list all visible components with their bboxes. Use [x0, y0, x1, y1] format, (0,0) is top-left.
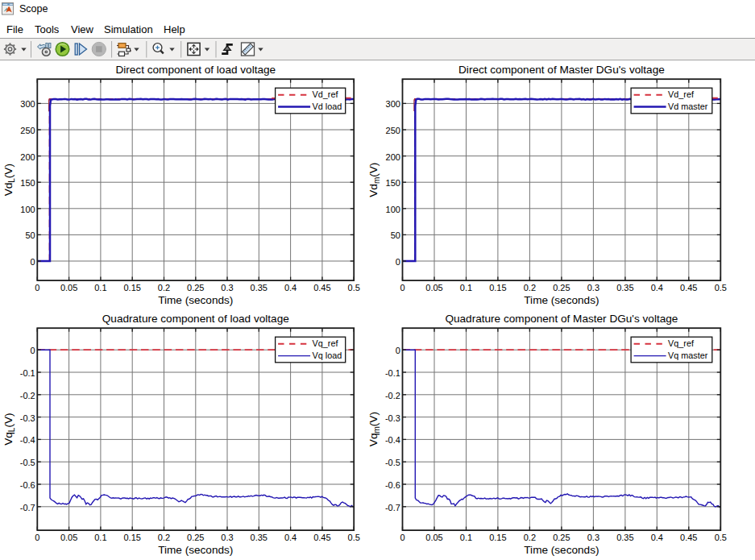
svg-text:0: 0 — [396, 257, 400, 267]
svg-text:0.2: 0.2 — [158, 283, 170, 292]
svg-text:0.1: 0.1 — [94, 533, 106, 542]
svg-text:150: 150 — [20, 178, 35, 188]
svg-text:0.4: 0.4 — [651, 533, 663, 542]
svg-text:Vq_ref: Vq_ref — [668, 338, 695, 348]
svg-text:Quadrature component of load v: Quadrature component of load voltage — [102, 313, 289, 325]
svg-text:Time (seconds): Time (seconds) — [158, 294, 233, 306]
svg-text:0: 0 — [400, 283, 404, 292]
svg-text:VqL(V): VqL(V) — [2, 413, 16, 445]
svg-text:200: 200 — [20, 152, 35, 162]
svg-text:-0.4: -0.4 — [385, 435, 400, 445]
svg-text:0.35: 0.35 — [251, 533, 268, 542]
svg-text:0.4: 0.4 — [284, 283, 297, 292]
svg-text:0.35: 0.35 — [251, 283, 268, 292]
svg-text:0.2: 0.2 — [524, 283, 536, 292]
svg-text:Vd_ref: Vd_ref — [313, 89, 339, 99]
svg-text:Vd master: Vd master — [668, 102, 708, 111]
svg-text:0.3: 0.3 — [221, 533, 233, 542]
svg-text:0: 0 — [31, 346, 35, 355]
svg-text:0.5: 0.5 — [348, 533, 360, 542]
svg-text:-0.4: -0.4 — [20, 435, 35, 445]
svg-text:300: 300 — [20, 99, 35, 109]
svg-text:0: 0 — [35, 533, 39, 542]
svg-text:-0.6: -0.6 — [385, 480, 400, 490]
svg-text:0.45: 0.45 — [313, 533, 330, 542]
svg-text:-0.7: -0.7 — [385, 503, 400, 512]
svg-text:0.25: 0.25 — [187, 533, 204, 542]
svg-text:50: 50 — [25, 230, 35, 240]
svg-text:-0.6: -0.6 — [20, 480, 35, 490]
svg-text:-0.1: -0.1 — [20, 368, 35, 378]
svg-text:0.05: 0.05 — [60, 533, 77, 542]
svg-text:0.3: 0.3 — [221, 283, 233, 292]
svg-text:Vq load: Vq load — [313, 351, 342, 360]
svg-text:0.35: 0.35 — [616, 533, 633, 542]
svg-text:0: 0 — [31, 257, 35, 267]
svg-text:0.1: 0.1 — [460, 533, 472, 542]
svg-text:Vd load: Vd load — [313, 102, 342, 111]
svg-text:0.3: 0.3 — [587, 283, 599, 292]
svg-text:0.1: 0.1 — [460, 283, 472, 292]
svg-text:0.05: 0.05 — [60, 283, 77, 292]
svg-text:0.4: 0.4 — [651, 283, 663, 292]
svg-text:0.35: 0.35 — [616, 283, 633, 292]
svg-text:0.15: 0.15 — [489, 533, 506, 542]
svg-text:-0.2: -0.2 — [385, 391, 400, 400]
svg-text:0.5: 0.5 — [348, 283, 360, 292]
svg-text:0.3: 0.3 — [587, 533, 599, 542]
svg-text:Direct component of load volta: Direct component of load voltage — [115, 64, 276, 76]
svg-text:0: 0 — [35, 283, 39, 292]
svg-text:Vq master: Vq master — [668, 351, 708, 360]
svg-text:0.5: 0.5 — [715, 533, 727, 542]
svg-text:0.2: 0.2 — [158, 533, 170, 542]
svg-text:-0.1: -0.1 — [385, 368, 400, 378]
svg-text:VdL(V): VdL(V) — [2, 164, 16, 196]
svg-text:100: 100 — [20, 205, 35, 214]
svg-text:Time (seconds): Time (seconds) — [524, 544, 599, 556]
svg-text:0.05: 0.05 — [425, 533, 442, 542]
svg-text:250: 250 — [386, 126, 400, 135]
svg-text:-0.5: -0.5 — [385, 458, 400, 467]
svg-text:0.25: 0.25 — [187, 283, 204, 292]
svg-text:Vd_ref: Vd_ref — [668, 89, 695, 99]
svg-text:0: 0 — [400, 533, 404, 542]
svg-text:0.15: 0.15 — [123, 533, 140, 542]
svg-text:-0.3: -0.3 — [385, 413, 400, 423]
svg-text:150: 150 — [386, 178, 400, 188]
svg-text:0.2: 0.2 — [524, 533, 536, 542]
svg-text:Direct component of Master DGu: Direct component of Master DGu's voltage — [458, 64, 665, 76]
svg-text:0.45: 0.45 — [680, 533, 697, 542]
svg-text:0.5: 0.5 — [715, 283, 727, 292]
svg-text:50: 50 — [391, 230, 400, 240]
svg-text:0.4: 0.4 — [284, 533, 297, 542]
svg-text:0.25: 0.25 — [553, 533, 570, 542]
svg-text:0.45: 0.45 — [313, 283, 330, 292]
svg-text:Time (seconds): Time (seconds) — [524, 294, 599, 306]
svg-text:Vdm(V): Vdm(V) — [368, 163, 382, 197]
svg-text:200: 200 — [386, 152, 400, 162]
svg-text:0.05: 0.05 — [425, 283, 442, 292]
svg-text:Vqm(V): Vqm(V) — [368, 412, 382, 446]
svg-text:300: 300 — [386, 99, 400, 109]
svg-text:0.25: 0.25 — [553, 283, 570, 292]
svg-text:-0.2: -0.2 — [20, 391, 35, 400]
svg-text:0.15: 0.15 — [489, 283, 506, 292]
svg-text:-0.3: -0.3 — [20, 413, 35, 423]
svg-text:0.1: 0.1 — [94, 283, 106, 292]
svg-text:Quadrature component of Master: Quadrature component of Master DGu's vol… — [445, 313, 678, 325]
svg-text:250: 250 — [20, 126, 35, 135]
svg-text:Time (seconds): Time (seconds) — [158, 544, 233, 556]
svg-text:0.15: 0.15 — [123, 283, 140, 292]
svg-text:0.45: 0.45 — [680, 283, 697, 292]
svg-text:-0.7: -0.7 — [20, 503, 35, 512]
svg-text:100: 100 — [386, 205, 400, 214]
svg-text:-0.5: -0.5 — [20, 458, 35, 467]
svg-text:Vq_ref: Vq_ref — [313, 338, 339, 348]
svg-text:0: 0 — [396, 346, 400, 355]
